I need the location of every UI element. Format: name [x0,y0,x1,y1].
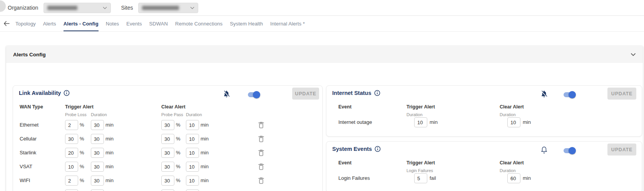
clear-duration-input[interactable] [186,162,199,172]
organization-select[interactable] [43,3,111,13]
trigger-duration-input[interactable] [91,189,104,191]
trigger-duration-input[interactable] [91,176,104,186]
notifications-on-icon[interactable] [540,146,548,154]
clear-duration-input[interactable] [186,148,199,158]
min-unit: min [105,162,114,172]
table-row-lband: Lband % min % min [13,189,322,191]
tab-notes[interactable]: Notes [106,16,119,31]
card-title-row: System Events [332,146,381,152]
probe-loss-input[interactable] [65,189,78,191]
clear-duration-input[interactable] [186,176,199,186]
update-button[interactable]: UPDATE [607,88,636,100]
probe-loss-input[interactable] [65,148,78,158]
alerts-config-panel-header[interactable]: Alerts Config [6,46,643,63]
trigger-duration-input[interactable] [91,134,104,144]
notifications-muted-icon[interactable] [540,90,548,98]
delete-row-button[interactable] [258,177,264,184]
sites-value-redacted [142,6,179,10]
event-row-login-failures: Login Failures fail min [326,173,642,183]
table-row-cellular: Cellular % min % min [13,134,322,144]
wan-type-label: Starlink [20,148,36,158]
delete-row-button[interactable] [258,149,264,156]
tab-internal-alerts[interactable]: Internal Alerts * [270,16,305,31]
notifications-muted-icon[interactable] [223,90,230,98]
probe-pass-input[interactable] [161,134,174,144]
trigger-duration-input[interactable] [91,120,104,130]
tab-remote-connections[interactable]: Remote Connections [175,16,222,31]
probe-pass-input[interactable] [161,176,174,186]
info-icon[interactable] [374,90,380,96]
probe-loss-input[interactable] [65,120,78,130]
probe-loss-input[interactable] [65,162,78,172]
col-wan-type: WAN Type [20,104,43,110]
avatar[interactable] [0,0,6,12]
min-unit: min [201,148,209,158]
delete-row-button[interactable] [258,163,264,170]
wan-type-label: Cellular [20,134,37,144]
system-events-card: System Events [326,141,642,191]
organization-value-redacted [47,6,77,10]
trigger-duration-input[interactable] [414,117,427,127]
subcol-login-failures: Login Failures [406,168,433,173]
min-unit: min [523,117,531,127]
tab-alerts-config[interactable]: Alerts - Config [64,16,99,31]
subcol-duration: Duration [91,112,107,117]
tab-events[interactable]: Events [126,16,142,31]
subcol-duration: Duration [186,112,202,117]
subcol-probe-pass: Probe Pass [161,112,183,117]
link-availability-title: Link Availability [19,90,61,96]
delete-row-button[interactable] [258,135,264,142]
sites-select[interactable] [138,3,198,13]
tab-sdwan[interactable]: SDWAN [149,16,168,31]
event-label: Login Failures [338,173,370,183]
login-failures-input[interactable] [414,173,427,183]
min-unit: min [201,134,209,144]
subcol-duration: Duration [500,168,516,173]
col-clear-alert: Clear Alert [161,104,186,110]
probe-loss-input[interactable] [65,134,78,144]
tab-topology[interactable]: Topology [15,16,36,31]
delete-row-button[interactable] [258,122,264,128]
toggle-knob [569,91,576,98]
trigger-duration-input[interactable] [91,148,104,158]
card-title-row: Link Availability [19,90,70,96]
clear-duration-input[interactable] [507,117,520,127]
sites-label: Sites [121,5,133,11]
back-button[interactable] [3,16,10,31]
probe-pass-input[interactable] [161,162,174,172]
internet-status-card: Internet Status [326,85,642,137]
card-title-row: Internet Status [332,90,380,96]
percent-unit: % [80,148,84,158]
link-availability-card: Link Availability [13,85,323,191]
wan-type-label: Lband [20,189,33,191]
update-button[interactable]: UPDATE [292,88,319,100]
chevron-down-icon [103,7,107,9]
min-unit: min [201,189,209,191]
percent-unit: % [80,120,84,130]
table-row-wifi: WIFI % min % min [13,176,322,186]
info-icon[interactable] [64,90,70,96]
tab-alerts[interactable]: Alerts [43,16,56,31]
chevron-down-icon[interactable] [631,53,636,56]
panel-body: Link Availability [6,63,643,191]
clear-duration-input[interactable] [507,173,520,183]
info-icon[interactable] [375,146,381,152]
system-events-toggle-on[interactable] [564,148,575,153]
clear-duration-input[interactable] [186,134,199,144]
probe-pass-input[interactable] [161,189,174,191]
percent-unit: % [80,176,84,186]
clear-duration-input[interactable] [186,189,199,191]
probe-pass-input[interactable] [161,120,174,130]
event-label: Internet outage [338,117,372,127]
wan-type-label: Ethernet [20,120,38,130]
clear-duration-input[interactable] [186,120,199,130]
system-events-title: System Events [332,146,372,152]
probe-pass-input[interactable] [161,148,174,158]
trigger-duration-input[interactable] [91,162,104,172]
tab-system-health[interactable]: System Health [230,16,263,31]
internet-status-toggle-on[interactable] [564,92,575,97]
update-button[interactable]: UPDATE [607,144,636,156]
col-trigger-alert: Trigger Alert [65,104,94,110]
link-availability-toggle-on[interactable] [248,92,259,97]
probe-loss-input[interactable] [65,176,78,186]
